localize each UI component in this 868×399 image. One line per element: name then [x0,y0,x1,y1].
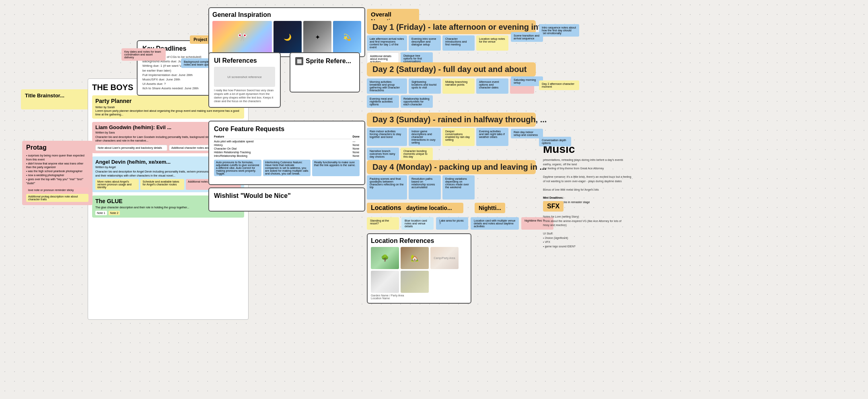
feature-col-header: Feature [214,135,352,139]
title-brainstorm-title: Title Brainstor... [25,93,93,99]
core-features-panel: Core Feature Requests Feature Done Auto … [208,121,365,185]
ui-references-title: UI References [214,57,275,64]
day3-yellow2: Character bonding moments unique to this… [401,148,433,160]
day2-note5: Relationship building opportunities for … [401,95,433,108]
day2-content: Morning activities: breakfast and group … [367,78,536,115]
feature-note-3: Really functionality to make sure that t… [312,160,360,176]
feature-4: Hidden Relationship Tracking [214,151,352,154]
protag-notes: • surprises by being more queer than exp… [26,154,88,185]
mini-deadlines-label: Mini Deadlines: [543,196,631,200]
day2-note2: Sightseeing locations and tourist spots … [409,78,441,94]
protag-note4: • now a wedding photographer [26,173,88,177]
scatter-note2: Day 2 afternoon character moment [539,80,579,90]
day4-note1: Packing scenes and final goodbyes betwee… [367,175,407,200]
ui-ref-text: I really like how Pokemon Sword has very… [214,88,275,103]
loc-ref-img5 [401,271,429,293]
feature-5: Intro/Relationship Blocking [214,154,352,157]
loc-ref-img1: 🌳 [371,247,399,269]
right-day1-note: Intro sequence notes about how the first… [539,24,579,37]
day4-note2: Resolution paths based on relationship s… [409,175,441,200]
cabin-icon: 🏡 [411,254,419,262]
day4-title: Day 4 (Monday) - packing up and leaving … [372,162,546,171]
day4-header: Day 4 (Monday) - packing up and leaving … [367,160,536,174]
glue-note1: Note 1 [95,211,107,215]
day1-note1: Late afternoon arrival notes and first i… [367,35,407,51]
dark-art-icon: 🌙 [284,33,292,41]
ui-ref-image: UI screenshot reference [214,67,275,87]
anime-icon: 🎌 [237,32,247,42]
sfx-section: SFX Notes for Lore (writing Story) Think… [543,201,623,249]
core-features-title: Core Feature Requests [214,125,360,133]
wishlist-panel: Wishlist "Would be Nice" [208,187,365,212]
day2-yellow: Midday branching narrative points [442,78,475,94]
loc-ref-img3: Camp/Party Area [430,247,459,269]
sprite-icon-sym: ⬜ [297,59,302,64]
day4-note3: Ending variations depending on choices m… [442,175,475,200]
feature-2: History [214,144,352,146]
forest-icon: 🌳 [381,254,389,262]
deadline-impl: Full Implementation due: June 28th [142,73,208,77]
deadline-ui: UI Assets due: ? [142,82,208,86]
day3-header: Day 3 (Sunday) - rained in halfway throu… [367,113,536,127]
wishlist-title: Wishlist "Would be Nice" [214,192,360,200]
protag-love-note: love note or pronoun reminder sticky [26,187,88,193]
loc-ref-img2: 🏡 [401,247,429,269]
done-4: None [353,151,360,154]
day1-cards: Late afternoon arrival notes and first i… [367,35,536,66]
protag-note2: • didn't know that anyone else was trans… [26,162,88,170]
day2-header: Day 2 (Saturday) - full day out and abou… [367,62,536,76]
day3-yellow: Deeper conversations enabled by rain day… [442,128,475,146]
protag-card: Protag • surprises by being more queer t… [22,141,93,205]
done-col-header: Done [353,135,360,139]
daytime-locations-header: daytime locatio... [402,203,456,213]
angel-note2: Schedule and available takes for Angel's… [140,179,184,190]
location-references-panel: Location References 🌳 🏡 Camp/Party Area … [367,233,471,304]
done-2: None [353,144,360,146]
day3-note4: Narrative branch outcomes from rainy day… [367,148,399,160]
loc-ref-captions: Garden Name / Party Area [371,294,467,297]
sprite-ref-title: Sprite Refere... [306,58,351,65]
bw-art-icon: ✦ [315,33,320,41]
nighttime-locations-header: Nightti... [475,203,505,213]
sfx-notes: Notes for Lore (writing Story) Think abo… [543,215,623,249]
sprite-references-panel: ⬜ Sprite Refere... [290,52,360,93]
done-3: None [353,147,360,150]
scatter-note1: Saturday morning setup [511,76,543,86]
loc-card4: Location card with multiple venue detail… [471,217,519,230]
deadline-music: Music/SFX due: June 28th [142,77,208,82]
day2-note1: Morning activities: breakfast and group … [367,78,407,94]
blue-anime-icon: 💫 [343,33,351,41]
day1-header: Day 1 (Friday) - late afternoon or eveni… [367,20,536,34]
sprite-ref-header: ⬜ Sprite Refere... [295,57,354,65]
music-notes: presentations, rereading plays during in… [543,158,631,192]
inspiration-img-2: 🌙 [274,21,302,53]
day4-content: Packing scenes and final goodbyes betwee… [367,175,536,200]
day3-note3: Evening activities and late night talks … [476,128,508,146]
day2-cards: Morning activities: breakfast and group … [367,78,536,108]
day2-title: Day 2 (Saturday) - full day out and abou… [372,65,527,74]
title-brainstorm-card: Title Brainstor... [21,89,97,109]
scatter-note3: Rain day indoor setup and cosiness [511,129,543,138]
angel-note1: More notes about Angel's xe/xem pronoun … [95,179,139,190]
inspiration-img-4: 💫 [333,21,361,53]
protag-title: Protag [26,144,88,151]
day3-note1: Rain indoor activities forcing character… [367,128,407,146]
general-inspiration-title: General Inspiration [212,11,361,19]
scatter-note4: Conversation depth options [539,137,571,146]
feature-3: Character On Dial [214,147,352,150]
glue-note2: Note 2 [109,211,120,215]
liam-note1: Note about Liam's personality and backst… [95,145,167,151]
daytime-label: daytime locatio... [406,205,452,211]
protag-note3: • was the high school yearbook photograp… [26,169,88,173]
protag-note1: • surprises by being more queer than exp… [26,154,88,162]
deadline-itch: Itch to Share Assets needed: June 28th [142,86,208,90]
inspiration-img-1: 🎌 [212,21,272,53]
location-ref-images: 🌳 🏡 Camp/Party Area [371,247,467,293]
day3-note2: Indoor game descriptions and character i… [409,128,441,146]
features-table: Feature Done Auto pilot with adjustable … [214,135,360,157]
day2-note4: Evening meal and nighttime activities op… [367,95,399,108]
pink-deadline-note: Key dates and notes for team coordinatio… [121,48,166,61]
music-section: Music presentations, rereading plays dur… [543,143,631,204]
day3-title: Day 3 (Sunday) - rained in halfway throu… [372,115,547,124]
sprite-icon: ⬜ [295,57,303,65]
